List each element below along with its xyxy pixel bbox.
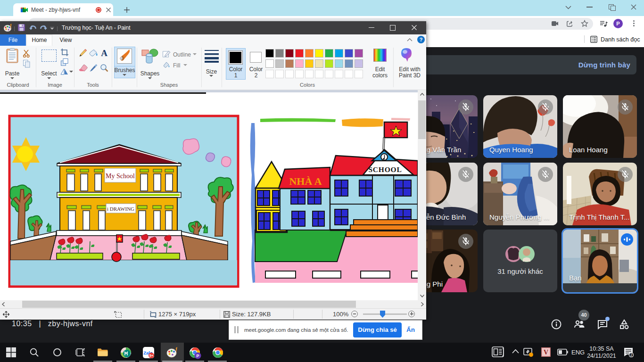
svg-text:2: 2: [630, 353, 633, 357]
svg-text:SCHOOL: SCHOOL: [368, 165, 402, 173]
svg-text:5+: 5+: [149, 354, 154, 358]
svg-text:NHÀ A: NHÀ A: [289, 175, 322, 187]
svg-text:V: V: [544, 349, 548, 356]
svg-text:My School: My School: [106, 173, 135, 180]
svg-text:P: P: [196, 354, 199, 358]
svg-text:i DRAWING: i DRAWING: [107, 206, 134, 212]
svg-text:A: A: [101, 49, 107, 58]
